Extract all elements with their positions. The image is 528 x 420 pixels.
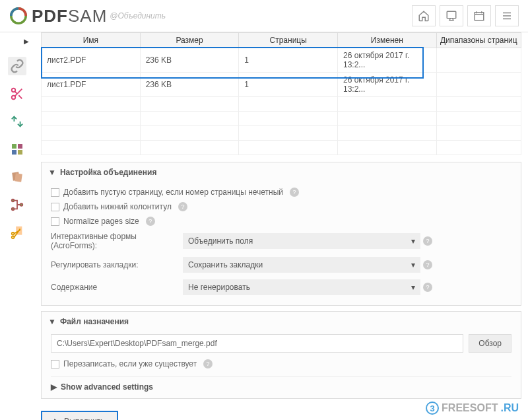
output-path-input[interactable]: C:\Users\Expert\Desktop\PDFsam_merge.pdf: [51, 334, 463, 353]
sidebar-merge[interactable]: [8, 57, 26, 75]
scissors-icon: [10, 87, 24, 101]
merge-settings-panel: ▼Настройка объединения Добавить пустую с…: [41, 162, 521, 306]
svg-rect-1: [447, 11, 456, 18]
add-footer-checkbox[interactable]: [51, 203, 59, 211]
bookmarks-select[interactable]: Сохранить закладки▾: [183, 257, 420, 273]
col-pages[interactable]: Страницы: [239, 33, 338, 48]
sidebar-bookmarks[interactable]: [8, 195, 26, 214]
help-icon[interactable]: ?: [423, 260, 432, 269]
svg-rect-8: [18, 150, 22, 155]
svg-point-11: [12, 199, 15, 202]
chevron-down-icon: ▾: [411, 260, 415, 269]
sidebar: ▶: [0, 32, 34, 420]
sidebar-mix[interactable]: [8, 168, 26, 186]
chevron-down-icon: ▾: [411, 236, 415, 246]
help-icon[interactable]: ?: [146, 217, 155, 226]
browse-button[interactable]: Обзор: [469, 334, 512, 353]
add-blank-checkbox[interactable]: [51, 188, 59, 197]
chevron-down-icon: ▾: [411, 283, 415, 292]
scissors-page-icon: [10, 225, 24, 240]
svg-rect-5: [12, 144, 16, 149]
run-button[interactable]: ▶Выполнить: [41, 411, 118, 420]
files-table: Имя Размер Страницы Изменен Дипапазоны с…: [41, 32, 521, 155]
svg-point-3: [12, 88, 16, 92]
sidebar-split[interactable]: [8, 85, 26, 103]
menu-button[interactable]: [495, 5, 519, 26]
col-ranges[interactable]: Дипапазоны страниц: [436, 33, 521, 48]
link-icon: [10, 59, 24, 73]
rotate-icon: [10, 114, 24, 129]
destination-toggle[interactable]: ▼Файл назначения: [42, 312, 521, 332]
chevron-down-icon: ▼: [48, 168, 56, 177]
chevron-right-icon: ▶: [51, 382, 57, 392]
svg-rect-7: [12, 150, 16, 155]
table-row[interactable]: [42, 126, 521, 141]
table-row[interactable]: лист2.PDF236 KB126 октября 2017 г. 13:2.…: [42, 48, 521, 73]
table-row[interactable]: [42, 141, 521, 155]
toc-select[interactable]: Не генерировать▾: [183, 279, 420, 295]
play-icon: ▶: [54, 417, 60, 420]
col-size[interactable]: Размер: [140, 33, 239, 48]
help-icon[interactable]: ?: [290, 188, 299, 197]
tree-icon: [10, 197, 24, 212]
notify-button[interactable]: [440, 5, 463, 26]
sidebar-expand-icon[interactable]: ▶: [24, 38, 29, 45]
svg-point-13: [20, 203, 23, 206]
sidebar-extract[interactable]: [8, 140, 26, 158]
svg-point-15: [12, 232, 15, 235]
extract-icon: [11, 143, 24, 156]
brand-text: PDFSAM: [32, 6, 107, 26]
normalize-checkbox[interactable]: [51, 217, 59, 226]
help-icon[interactable]: ?: [423, 236, 432, 246]
help-icon[interactable]: ?: [423, 283, 432, 292]
table-row[interactable]: лист1.PDF236 KB126 октября 2017 г. 13:2.…: [42, 73, 521, 97]
svg-point-12: [12, 208, 15, 211]
svg-rect-2: [475, 13, 484, 20]
svg-rect-10: [15, 173, 22, 182]
col-modified[interactable]: Изменен: [338, 33, 437, 48]
advanced-settings-toggle[interactable]: ▶Show advanced settings: [51, 376, 512, 392]
svg-rect-6: [18, 144, 22, 149]
watermark: 3 FREESOFT.RU: [426, 402, 519, 415]
calendar-button[interactable]: [467, 5, 491, 26]
main-content: Имя Размер Страницы Изменен Дипапазоны с…: [34, 32, 528, 420]
page-subtitle: @Объединить: [110, 11, 166, 20]
help-icon[interactable]: ?: [203, 359, 213, 368]
app-logo: PDFSAM @Объединить: [9, 6, 166, 26]
svg-point-4: [12, 96, 16, 100]
pdfsam-logo-icon: [9, 7, 28, 25]
table-row[interactable]: [42, 97, 521, 112]
svg-point-16: [12, 236, 15, 239]
acroforms-select[interactable]: Объединить поля▾: [183, 233, 420, 249]
app-header: PDFSAM @Объединить: [0, 0, 528, 32]
merge-settings-toggle[interactable]: ▼Настройка объединения: [42, 162, 521, 182]
help-icon[interactable]: ?: [178, 202, 187, 211]
sidebar-size-split[interactable]: [8, 223, 26, 242]
home-button[interactable]: [412, 5, 436, 26]
col-name[interactable]: Имя: [42, 33, 141, 48]
chevron-down-icon: ▼: [48, 317, 56, 326]
table-row[interactable]: [42, 112, 521, 126]
destination-panel: ▼Файл назначения C:\Users\Expert\Desktop…: [41, 311, 521, 399]
overwrite-checkbox[interactable]: [51, 360, 59, 368]
sidebar-rotate[interactable]: [8, 112, 26, 131]
mix-icon: [11, 170, 24, 184]
